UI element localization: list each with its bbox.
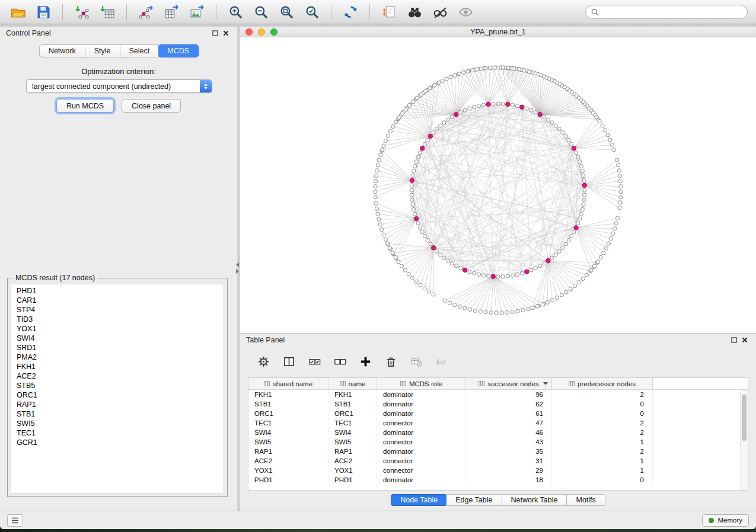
close-window-icon[interactable] (245, 28, 253, 36)
zoom-in-button[interactable] (226, 2, 245, 21)
tab-node-table[interactable]: Node Table (391, 494, 447, 506)
splitter-collapse-arrows[interactable] (236, 262, 239, 274)
export-network-button[interactable] (136, 2, 155, 21)
close-panel-button[interactable]: Close panel (122, 99, 181, 113)
show-columns-button[interactable] (281, 354, 296, 368)
network-canvas[interactable] (240, 37, 756, 333)
mcds-result-item[interactable]: SWI4 (11, 334, 224, 343)
network-window-title: YPA_prune.txt_1 (240, 28, 756, 36)
zoom-out-button[interactable] (251, 2, 270, 21)
status-menu-button[interactable] (7, 514, 23, 527)
export-image-icon (190, 5, 205, 20)
mcds-result-item[interactable]: TID3 (11, 315, 224, 324)
minimize-window-icon[interactable] (258, 28, 265, 36)
toolbar-separator (216, 4, 216, 20)
table-settings-button[interactable] (256, 354, 271, 368)
mcds-result-list[interactable]: PHD1CAR1STP4TID3YOX1SWI4SRD1PMA2FKH1ACE2… (11, 284, 224, 493)
open-file-button[interactable] (8, 2, 27, 21)
column-header-predecessor-nodes[interactable]: predecessor nodes (552, 378, 653, 389)
table-disabled-icon (410, 355, 423, 368)
maximize-window-icon[interactable] (270, 28, 277, 36)
first-neighbors-button[interactable] (405, 2, 424, 21)
memory-button[interactable]: Memory (702, 514, 749, 527)
column-header-name[interactable]: name (328, 378, 377, 389)
float-panel-icon[interactable] (210, 28, 221, 38)
add-column-button[interactable] (358, 354, 373, 368)
import-network-button[interactable] (72, 2, 91, 21)
network-window-titlebar: YPA_prune.txt_1 (240, 27, 756, 37)
tab-mcds[interactable]: MCDS (158, 44, 199, 57)
mcds-result-item[interactable]: ACE2 (11, 371, 224, 381)
binoculars-icon (407, 5, 422, 20)
tab-select[interactable]: Select (120, 44, 160, 57)
mcds-result-item[interactable]: CAR1 (11, 296, 224, 305)
status-bar: Memory (0, 511, 756, 529)
optimization-criterion-select[interactable]: largest connected component (undirected) (26, 79, 212, 93)
export-image-button[interactable] (187, 2, 206, 21)
column-header-successor-nodes[interactable]: successor nodes (466, 378, 552, 389)
sort-caret-icon[interactable] (543, 382, 548, 385)
mcds-result-item[interactable]: YOX1 (11, 324, 224, 334)
tab-style[interactable]: Style (85, 44, 120, 57)
mcds-result-item[interactable]: SWI5 (11, 419, 224, 428)
mcds-result-group: MCDS result (17 nodes) PHD1CAR1STP4TID3Y… (7, 278, 228, 497)
mcds-result-item[interactable]: ORC1 (11, 390, 224, 400)
mcds-result-item[interactable]: STB1 (11, 409, 224, 419)
deselect-all-icon (334, 355, 346, 368)
mcds-result-item[interactable]: GCR1 (11, 438, 224, 447)
tab-motifs[interactable]: Motifs (567, 494, 605, 506)
tab-network-table[interactable]: Network Table (502, 494, 567, 506)
mcds-result-item[interactable]: STP4 (11, 305, 224, 315)
zoom-in-icon (228, 5, 243, 20)
float-panel-icon[interactable] (729, 335, 739, 345)
search-input[interactable] (602, 8, 742, 16)
close-panel-icon[interactable] (221, 28, 231, 38)
table-row[interactable]: ACE2ACE2connector311 (248, 456, 748, 466)
tab-edge-table[interactable]: Edge Table (446, 494, 502, 506)
select-all-icon (308, 355, 321, 368)
columns-icon (283, 355, 295, 368)
column-header-MCDS-role[interactable]: MCDS role (377, 378, 466, 389)
mcds-result-item[interactable]: RAP1 (11, 400, 224, 409)
toolbar-separator (126, 4, 127, 20)
mcds-result-item[interactable]: FKH1 (11, 362, 224, 371)
gear-icon (257, 355, 270, 368)
search-box[interactable] (585, 5, 748, 19)
zoom-selected-icon (305, 5, 320, 20)
table-row[interactable]: SWI5SWI5connector431 (248, 437, 748, 447)
export-table-button[interactable] (162, 2, 181, 21)
mcds-result-item[interactable]: PMA2 (11, 352, 224, 362)
table-row[interactable]: YOX1YOX1connector291 (248, 466, 748, 475)
deselect-all-rows-button[interactable] (332, 354, 347, 368)
mcds-result-item[interactable]: TEC1 (11, 428, 224, 438)
mcds-result-item[interactable]: PHD1 (11, 286, 224, 296)
table-scrollbar[interactable] (740, 390, 748, 490)
scrollbar-thumb[interactable] (742, 395, 747, 441)
column-header-shared-name[interactable]: shared name (248, 378, 328, 389)
hide-selected-button[interactable] (430, 2, 449, 21)
table-row[interactable]: ORC1ORC1dominator610 (248, 409, 748, 418)
mcds-result-item[interactable]: STB5 (11, 381, 224, 390)
table-row[interactable]: FKH1FKH1dominator962 (248, 390, 748, 399)
select-all-rows-button[interactable] (307, 354, 322, 368)
save-session-button[interactable] (34, 2, 53, 21)
import-table-button[interactable] (98, 2, 117, 21)
table-row[interactable]: RAP1RAP1dominator352 (248, 447, 748, 456)
close-panel-icon[interactable] (739, 335, 750, 345)
mcds-result-item[interactable]: SRD1 (11, 343, 224, 352)
svg-text:f(x): f(x) (436, 358, 445, 366)
import-table-icon (100, 5, 115, 20)
run-mcds-button[interactable]: Run MCDS (56, 99, 114, 113)
right-column: YPA_prune.txt_1 Table Panel (240, 27, 756, 511)
clone-network-button[interactable] (379, 2, 398, 21)
table-row[interactable]: SWI4SWI4dominator462 (248, 428, 748, 437)
table-row[interactable]: TEC1TEC1connector472 (248, 418, 748, 428)
table-row[interactable]: PHD1PHD1dominator180 (248, 475, 748, 485)
zoom-selected-button[interactable] (302, 2, 321, 21)
zoom-fit-button[interactable] (277, 2, 296, 21)
node-table: shared namenameMCDS rolesuccessor nodesp… (248, 377, 748, 491)
refresh-button[interactable] (341, 2, 360, 21)
delete-column-button[interactable] (383, 354, 398, 368)
table-row[interactable]: STB1STB1dominator620 (248, 399, 748, 409)
tab-network[interactable]: Network (39, 44, 85, 57)
